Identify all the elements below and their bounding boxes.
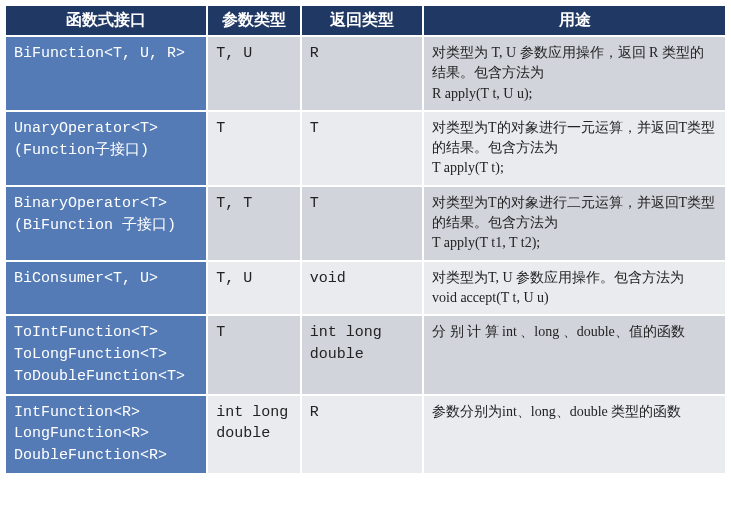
cell-interface: BinaryOperator<T> (BiFunction 子接口) [6,186,207,261]
cell-return: T [301,186,423,261]
cell-return: T [301,111,423,186]
cell-use: 对类型为T, U 参数应用操作。包含方法为 void accept(T t, U… [423,261,725,316]
cell-param: T [207,315,300,394]
table-header-row: 函数式接口 参数类型 返回类型 用途 [6,6,725,36]
cell-interface: BiConsumer<T, U> [6,261,207,316]
table-row: ToIntFunction<T> ToLongFunction<T> ToDou… [6,315,725,394]
cell-use: 参数分别为int、long、double 类型的函数 [423,395,725,473]
cell-use: 分 别 计 算 int 、long 、double、值的函数 [423,315,725,394]
table-row: BiConsumer<T, U> T, U void 对类型为T, U 参数应用… [6,261,725,316]
cell-param: T [207,111,300,186]
table-row: IntFunction<R> LongFunction<R> DoubleFun… [6,395,725,473]
header-use: 用途 [423,6,725,36]
cell-return: R [301,36,423,111]
cell-interface: ToIntFunction<T> ToLongFunction<T> ToDou… [6,315,207,394]
cell-interface: IntFunction<R> LongFunction<R> DoubleFun… [6,395,207,473]
cell-use: 对类型为T的对象进行一元运算，并返回T类型的结果。包含方法为 T apply(T… [423,111,725,186]
table-row: BiFunction<T, U, R> T, U R 对类型为 T, U 参数应… [6,36,725,111]
header-param: 参数类型 [207,6,300,36]
cell-interface: BiFunction<T, U, R> [6,36,207,111]
cell-param: T, U [207,36,300,111]
cell-use: 对类型为T的对象进行二元运算，并返回T类型的结果。包含方法为 T apply(T… [423,186,725,261]
cell-return: int long double [301,315,423,394]
cell-param: int long double [207,395,300,473]
cell-use: 对类型为 T, U 参数应用操作，返回 R 类型的结果。包含方法为 R appl… [423,36,725,111]
header-return: 返回类型 [301,6,423,36]
functional-interface-table: 函数式接口 参数类型 返回类型 用途 BiFunction<T, U, R> T… [6,6,725,473]
header-interface: 函数式接口 [6,6,207,36]
cell-param: T, U [207,261,300,316]
cell-return: void [301,261,423,316]
cell-interface: UnaryOperator<T> (Function子接口) [6,111,207,186]
table-row: BinaryOperator<T> (BiFunction 子接口) T, T … [6,186,725,261]
cell-param: T, T [207,186,300,261]
cell-return: R [301,395,423,473]
table-row: UnaryOperator<T> (Function子接口) T T 对类型为T… [6,111,725,186]
